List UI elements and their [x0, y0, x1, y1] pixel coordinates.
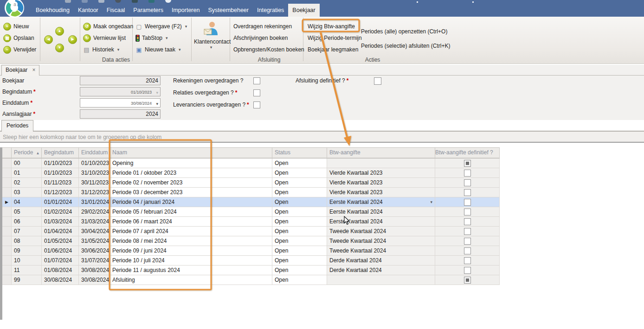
quick-access-icon[interactable] — [132, 0, 138, 3]
quick-access-icon[interactable] — [65, 0, 71, 3]
table-row[interactable]: ▶0401/01/202431/01/2024Periode 04 / janu… — [2, 197, 500, 207]
wijzig-btw-aangifte-button[interactable]: Wijzig Btw-aangifte — [308, 22, 355, 31]
nav-up-button[interactable]: ▲ — [55, 27, 64, 36]
cell-btw-aangifte[interactable] — [327, 158, 435, 168]
quick-access-icon[interactable] — [165, 0, 171, 3]
table-row[interactable]: 0801/05/202431/05/2024Periode 08 / mei 2… — [2, 236, 500, 246]
btw-definitief-checkbox[interactable] — [464, 277, 471, 284]
leveranciers-overgedragen-checkbox[interactable] — [253, 101, 260, 108]
cell-btw-aangifte[interactable]: Derde Kwartaal 2024 — [327, 266, 435, 275]
group-by-bar[interactable]: Sleep hier een kolomkop naar toe om te g… — [0, 132, 644, 143]
menu-tab-fiscaal[interactable]: Fiscaal — [103, 4, 129, 17]
verwijder-button[interactable]: −Verwijder — [3, 45, 36, 54]
relaties-overgedragen-checkbox[interactable] — [253, 89, 260, 96]
einddatum-field[interactable]: 30/08/2024▾ — [80, 98, 161, 108]
weergave-button[interactable]: ▢Weergave (F2)▾ — [135, 22, 187, 31]
periodes-selectie-afsluiten-button[interactable]: Periodes (selectie) afsluiten (Ctrl+K) — [361, 42, 450, 50]
cell-btw-aangifte[interactable]: Vierde Kwartaal 2023 — [327, 168, 435, 178]
table-row[interactable]: 1101/08/202430/08/2024Periode 11 / augus… — [2, 266, 500, 275]
table-row[interactable]: 1001/07/202431/07/2024Periode 10 / juli … — [2, 256, 500, 266]
cell-btw-aangifte[interactable]: Eerste Kwartaal 2024▾ — [327, 197, 435, 207]
table-row[interactable]: 9930/08/202430/08/2024AfsluitingOpen — [2, 275, 500, 285]
btw-definitief-checkbox[interactable] — [464, 209, 471, 215]
table-row[interactable]: 0301/12/202331/12/2023Periode 03 / decem… — [2, 188, 500, 197]
column-header-naam[interactable]: Naam — [110, 148, 272, 158]
table-row[interactable]: 0101/10/202331/10/2023Periode 01 / oktob… — [2, 168, 500, 178]
chevron-down-icon: ▾ — [185, 24, 187, 29]
quick-access-icon[interactable] — [82, 0, 88, 3]
menu-tab-kantoor[interactable]: Kantoor — [74, 4, 103, 17]
rekeningen-overgedragen-checkbox[interactable] — [253, 77, 260, 84]
vernieuw-lijst-button[interactable]: ↻Vernieuw lijst — [83, 34, 126, 42]
btw-definitief-checkbox[interactable] — [464, 179, 471, 186]
menu-tab-importeren[interactable]: Importeren — [167, 4, 204, 17]
maak-ongedaan-button[interactable]: ↺Maak ongedaan — [83, 22, 133, 31]
dropdown-arrow-icon[interactable]: ▾ — [156, 99, 158, 108]
btw-definitief-checkbox[interactable] — [464, 199, 471, 206]
menu-tab-parameters[interactable]: Parameters — [129, 4, 167, 17]
table-row[interactable]: 0901/06/202430/06/2024Periode 09 / juni … — [2, 246, 500, 256]
dropdown-arrow-icon[interactable]: ▾ — [156, 88, 158, 97]
cell-btw-aangifte[interactable] — [327, 275, 435, 285]
boekjaar-leegmaken-button[interactable]: Boekjaar leegmaken — [308, 45, 358, 54]
menu-tab-boekjaar[interactable]: Boekjaar — [288, 4, 319, 17]
column-header-einddatum[interactable]: Einddatum — [79, 148, 110, 158]
periodes-alle-openzetten-button[interactable]: Periodes (alle) openzetten (Ctrl+O) — [361, 27, 447, 36]
tab-periodes[interactable]: Periodes — [1, 120, 33, 132]
cell-btw-aangifte[interactable]: Eerste Kwartaal 2024 — [327, 217, 435, 227]
opbrengsten-kosten-boeken-button[interactable]: Opbrengsten/Kosten boeken — [233, 45, 304, 54]
table-row[interactable]: 0001/10/202301/10/2023OpeningOpen — [2, 158, 500, 168]
boekjaar-field[interactable]: 2024 — [80, 76, 161, 85]
afsluiting-definitief-checkbox[interactable] — [374, 77, 381, 85]
table-row[interactable]: 0701/04/202430/04/2024Periode 07 / april… — [2, 227, 500, 236]
begindatum-field[interactable]: 01/10/2023▾ — [80, 87, 161, 96]
aanslagjaar-field[interactable]: 2024 — [80, 109, 161, 119]
opslaan-button[interactable]: ▤Opslaan — [3, 34, 34, 42]
btw-definitief-checkbox[interactable] — [464, 228, 471, 235]
historiek-button[interactable]: ▤Historiek▾ — [83, 45, 119, 54]
column-header-periode[interactable]: Periode▲ — [12, 148, 42, 158]
column-header-btw-definitief[interactable]: Btw-aangifte definitief ? — [435, 148, 500, 158]
btw-definitief-checkbox[interactable] — [464, 247, 471, 254]
btw-definitief-checkbox[interactable] — [464, 267, 471, 274]
dropdown-arrow-icon[interactable]: ▾ — [430, 197, 432, 207]
cell-btw-aangifte[interactable]: Vierde Kwartaal 2023 — [327, 188, 435, 197]
table-row[interactable]: 0501/02/202429/02/2024Periode 05 / febru… — [2, 207, 500, 217]
nav-first-button[interactable]: ◀ — [44, 35, 53, 44]
tabstop-button[interactable]: TabStop▾ — [135, 34, 168, 42]
column-header-status[interactable]: Status — [272, 148, 327, 158]
column-header-begindatum[interactable]: Begindatum — [42, 148, 79, 158]
menu-tab-integraties[interactable]: Integraties — [253, 4, 288, 17]
cell-btw-aangifte[interactable]: Derde Kwartaal 2024 — [327, 256, 435, 266]
cell-btw-aangifte[interactable]: Vierde Kwartaal 2023 — [327, 178, 435, 188]
btw-definitief-checkbox[interactable] — [464, 238, 471, 245]
column-header-btw-aangifte[interactable]: Btw-aangifte — [327, 148, 435, 158]
menu-tab-boekhouding[interactable]: Boekhouding — [32, 4, 74, 17]
quick-access-icon[interactable] — [115, 0, 121, 3]
quick-access-icon[interactable] — [148, 0, 155, 3]
cell-btw-aangifte[interactable]: Tweede Kwartaal 2024 — [327, 246, 435, 256]
btw-definitief-checkbox[interactable] — [464, 160, 471, 167]
cell-btw-aangifte[interactable]: Tweede Kwartaal 2024 — [327, 236, 435, 246]
nav-last-button[interactable]: ▶ — [68, 35, 77, 44]
btw-definitief-checkbox[interactable] — [464, 218, 471, 225]
overdragen-rekeningen-button[interactable]: Overdragen rekeningen — [233, 22, 292, 31]
quick-access-icon[interactable] — [98, 0, 104, 3]
afschrijvingen-boeken-button[interactable]: Afschrijvingen boeken — [233, 34, 288, 42]
nieuwe-taak-button[interactable]: ▣Nieuwe taak▾ — [135, 45, 181, 54]
cell-periode: 10 — [12, 256, 42, 266]
nav-down-button[interactable]: ▼ — [55, 44, 64, 52]
cell-btw-aangifte[interactable]: Tweede Kwartaal 2024 — [327, 227, 435, 236]
wijzig-periode-termijn-button[interactable]: Wijzig Periode-termijn — [308, 34, 362, 42]
btw-definitief-checkbox[interactable] — [464, 257, 471, 264]
document-tab-boekjaar[interactable]: Boekjaar× — [1, 65, 39, 76]
klantencontact-button[interactable]: Klantencontact ▾ — [194, 21, 227, 60]
nieuw-button[interactable]: +Nieuw — [3, 22, 29, 31]
menu-tab-systeembeheer[interactable]: Systeembeheer — [204, 4, 253, 17]
cell-btw-aangifte[interactable]: Eerste Kwartaal 2024 — [327, 207, 435, 217]
table-row[interactable]: 0201/11/202330/11/2023Periode 02 / novem… — [2, 178, 500, 188]
close-icon[interactable]: × — [32, 67, 35, 73]
btw-definitief-checkbox[interactable] — [464, 170, 471, 177]
btw-definitief-checkbox[interactable] — [464, 189, 471, 196]
table-row[interactable]: 0601/03/202431/03/2024Periode 06 / maart… — [2, 217, 500, 227]
